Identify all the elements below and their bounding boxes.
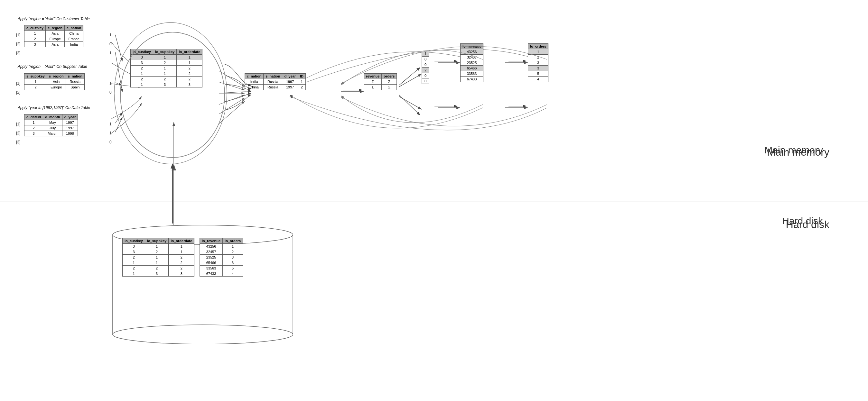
supplier-col-suppkey: s_suppkey bbox=[25, 74, 47, 79]
table-row: 43256 1 bbox=[200, 244, 243, 249]
agg-table: revenue orders Σ Σ Σ Σ bbox=[364, 73, 397, 90]
table-row: 0 bbox=[422, 78, 429, 84]
table-row: 2 1 2 bbox=[123, 255, 194, 260]
svg-line-34 bbox=[399, 68, 420, 85]
int-col-id: ID bbox=[298, 74, 305, 79]
table-row: 32457 2 bbox=[200, 249, 243, 255]
table-row: 2 Europe France bbox=[25, 36, 83, 42]
svg-line-3 bbox=[219, 71, 245, 87]
svg-line-30 bbox=[115, 82, 122, 85]
lo-orders-col: lo_orders bbox=[528, 44, 549, 49]
table-row: 1 Asia China bbox=[25, 31, 83, 36]
table-row: 2 bbox=[528, 55, 549, 60]
table-row: 3 1 1 bbox=[123, 244, 194, 249]
row-label: [3] bbox=[16, 51, 20, 55]
table-row: 32457 bbox=[461, 55, 484, 60]
bit-val: 1 bbox=[110, 122, 112, 126]
svg-line-4 bbox=[219, 82, 245, 90]
table-row: 2 2 2 bbox=[131, 76, 203, 82]
svg-line-8 bbox=[219, 101, 245, 124]
table-row: 0 bbox=[422, 73, 429, 78]
agg-col-revenue: revenue bbox=[364, 74, 382, 79]
disk-lineorder-table1: lo_custkey lo_suppkey lo_orderdate 3 1 1… bbox=[122, 238, 194, 276]
row-label: [2] bbox=[16, 131, 20, 135]
svg-line-7 bbox=[219, 98, 245, 114]
table-row: 4 bbox=[528, 76, 549, 82]
table-row: 3 bbox=[528, 60, 549, 66]
row-label: [1] bbox=[16, 81, 20, 86]
supplier-col-nation: s_nation bbox=[66, 74, 84, 79]
table-row: China Russia 1997 2 bbox=[245, 85, 306, 90]
table-row: Σ Σ bbox=[364, 85, 397, 90]
svg-line-28 bbox=[115, 35, 122, 61]
intermediate-table: c_nation s_nation d_year ID India Russia… bbox=[245, 73, 306, 90]
hard-disk-label: Hard disk bbox=[782, 215, 823, 226]
table-row: 3 bbox=[528, 66, 549, 71]
bit-val: 0 bbox=[110, 42, 112, 46]
table-row: 1 May 1997 bbox=[25, 120, 78, 125]
date-col-month: d_month bbox=[43, 114, 62, 120]
svg-line-35 bbox=[399, 95, 420, 115]
table-row: 67433 bbox=[461, 76, 484, 82]
table-row: 3 1 1 bbox=[131, 55, 203, 60]
table-row: 1 Asia Russia bbox=[25, 79, 85, 85]
customer-col-region: c_region bbox=[46, 25, 65, 31]
disk-lineorder-table2: lo_revenue lo_orders 43256 1 32457 2 235… bbox=[199, 238, 243, 276]
disk-lo-col-orderdate: lo_orderdate bbox=[168, 238, 194, 244]
table-row: 2 2 2 bbox=[123, 266, 194, 271]
row-label: [1] bbox=[16, 122, 20, 126]
table-row: 0 bbox=[422, 57, 429, 62]
table-row: 1 3 3 bbox=[131, 82, 203, 88]
table-row: India Russia 1997 1 bbox=[245, 79, 306, 85]
svg-line-10 bbox=[399, 74, 422, 87]
table-row: 1 1 2 bbox=[123, 260, 194, 266]
date-col-year: d_year bbox=[62, 114, 78, 120]
bit-vector-table: 1 0 0 2 0 0 bbox=[422, 51, 429, 84]
table-row: 23525 bbox=[461, 60, 484, 66]
lo-revenue-top-table: lo_revenue 43256 32457 23525 65466 33563… bbox=[460, 43, 484, 82]
customer-col-custkey: c_custkey bbox=[25, 25, 46, 31]
svg-point-22 bbox=[113, 325, 293, 344]
lo-col-suppkey: lo_suppkey bbox=[153, 49, 177, 55]
table-row: 67433 4 bbox=[200, 271, 243, 276]
bit-val: 1 bbox=[110, 33, 112, 37]
supplier-table: s_suppkey s_region s_nation 1 Asia Russi… bbox=[24, 73, 85, 90]
lo-revenue-col: lo_revenue bbox=[461, 44, 484, 49]
bit-val: 1 bbox=[110, 131, 112, 135]
apply-supplier-text: Apply "region = 'Asia'" On Supplier Tabl… bbox=[18, 64, 87, 69]
disk-lo-col-suppkey: lo_suppkey bbox=[145, 238, 168, 244]
disk-lo-col-revenue: lo_revenue bbox=[200, 238, 223, 244]
svg-line-29 bbox=[115, 52, 122, 92]
lo-col-custkey: lo_custkey bbox=[131, 49, 153, 55]
table-row: 5 bbox=[528, 71, 549, 76]
table-row: 2 July 1997 bbox=[25, 125, 78, 131]
table-row: 1 3 3 bbox=[123, 271, 194, 276]
supplier-col-region: s_region bbox=[46, 74, 66, 79]
row-label: [2] bbox=[16, 42, 20, 46]
int-col-dyear: d_year bbox=[282, 74, 298, 79]
lineorder-top-table: lo_custkey lo_suppkey lo_orderdate 3 1 1… bbox=[130, 49, 203, 88]
lo-col-orderdate: lo_orderdate bbox=[177, 49, 203, 55]
apply-customer-text: Apply "region = 'Asia'" On Customer Tabl… bbox=[18, 17, 90, 21]
disk-lo-col-custkey: lo_custkey bbox=[123, 238, 145, 244]
table-row: 3 March 1998 bbox=[25, 131, 78, 136]
row-label: [2] bbox=[16, 90, 20, 95]
svg-line-11 bbox=[399, 97, 422, 109]
int-col-snation: s_nation bbox=[264, 74, 282, 79]
table-row: 0 bbox=[422, 62, 429, 68]
table-row: 3 2 1 bbox=[123, 249, 194, 255]
bit-val: 1 bbox=[110, 51, 112, 55]
table-row: 33563 bbox=[461, 71, 484, 76]
agg-col-orders: orders bbox=[382, 74, 397, 79]
bit-val: 0 bbox=[110, 90, 112, 95]
date-table: d_dateid d_month d_year 1 May 1997 2 Jul… bbox=[24, 114, 78, 136]
int-col-cnation: c_nation bbox=[245, 74, 264, 79]
diagram-container: Apply "region = 'Asia'" On Customer Tabl… bbox=[0, 0, 868, 401]
bit-val: 0 bbox=[110, 140, 112, 144]
table-row: 3 Asia India bbox=[25, 42, 83, 47]
svg-line-6 bbox=[219, 95, 245, 104]
table-row: 3 2 1 bbox=[131, 60, 203, 66]
table-row: 1 bbox=[528, 49, 549, 55]
table-row: 65466 bbox=[461, 66, 484, 71]
svg-line-31 bbox=[115, 112, 122, 123]
